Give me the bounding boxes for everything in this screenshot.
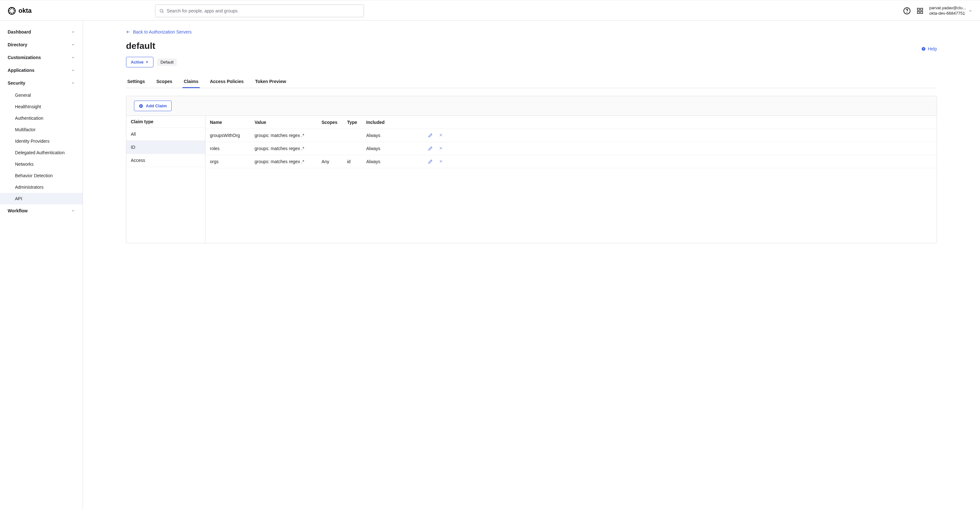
table-row: roles groups: matches regex .* Always <box>205 142 937 155</box>
sidebar-subitem-behavior-detection[interactable]: Behavior Detection <box>0 170 83 181</box>
sidebar-subitem-label: HealthInsight <box>15 104 41 109</box>
sidebar-subitem-healthinsight[interactable]: HealthInsight <box>0 101 83 112</box>
sidebar-subitem-networks[interactable]: Networks <box>0 158 83 170</box>
cell-type: id <box>347 159 366 164</box>
user-org: okta-dev-66847751 <box>929 11 966 16</box>
svg-rect-14 <box>918 8 920 10</box>
svg-text:okta: okta <box>19 7 32 14</box>
sidebar: Dashboard Directory Customizations Appli… <box>0 21 83 509</box>
sidebar-subitem-delegated-auth[interactable]: Delegated Authentication <box>0 147 83 158</box>
edit-button[interactable] <box>428 133 433 138</box>
okta-wordmark: okta <box>19 7 37 14</box>
user-menu[interactable]: parvat.yadav@clu... okta-dev-66847751 <box>929 5 972 16</box>
header: okta parvat.yadav@clu... okta-dev-668477… <box>0 1 980 21</box>
search-box[interactable] <box>155 5 364 17</box>
cell-name: roles <box>210 146 255 151</box>
sidebar-item-label: Security <box>8 80 25 86</box>
close-icon <box>439 133 443 137</box>
claim-type-access[interactable]: Access <box>126 154 205 167</box>
col-type: Type <box>347 120 366 125</box>
svg-line-7 <box>9 12 11 13</box>
status-active-button[interactable]: Active ▼ <box>126 57 153 67</box>
col-value: Value <box>255 120 321 125</box>
sidebar-subitem-identity-providers[interactable]: Identity Providers <box>0 136 83 147</box>
user-email: parvat.yadav@clu... <box>929 5 966 11</box>
delete-button[interactable] <box>439 133 443 138</box>
help-circle-icon: ? <box>921 46 926 51</box>
edit-button[interactable] <box>428 160 433 164</box>
col-scopes: Scopes <box>321 120 347 125</box>
claims-panel: Add Claim Claim type All ID Access Name … <box>126 96 937 243</box>
tab-settings[interactable]: Settings <box>126 76 146 88</box>
edit-button[interactable] <box>428 146 433 151</box>
cell-included: Always <box>366 146 401 151</box>
delete-button[interactable] <box>439 160 443 164</box>
svg-rect-17 <box>921 11 923 13</box>
svg-rect-16 <box>918 11 920 13</box>
search-icon <box>159 8 164 13</box>
col-included: Included <box>366 120 401 125</box>
cell-value: groups: matches regex .* <box>255 146 321 151</box>
col-name: Name <box>210 120 255 125</box>
tab-label: Settings <box>127 79 145 84</box>
sidebar-item-applications[interactable]: Applications <box>0 64 83 77</box>
sidebar-item-label: Customizations <box>8 55 41 60</box>
tab-access-policies[interactable]: Access Policies <box>208 76 245 88</box>
sidebar-subitem-label: Multifactor <box>15 127 36 132</box>
svg-line-11 <box>163 11 164 13</box>
claim-type-label: ID <box>131 145 135 150</box>
tabs: Settings Scopes Claims Access Policies T… <box>126 76 937 88</box>
add-claim-button[interactable]: Add Claim <box>134 101 172 111</box>
sidebar-item-workflow[interactable]: Workflow <box>0 204 83 217</box>
help-link[interactable]: ? Help <box>921 46 937 51</box>
sidebar-item-dashboard[interactable]: Dashboard <box>0 26 83 38</box>
okta-aperture-icon <box>8 7 16 15</box>
cell-included: Always <box>366 133 401 138</box>
tab-label: Access Policies <box>210 79 244 84</box>
plus-circle-icon <box>139 104 143 108</box>
svg-point-13 <box>907 12 907 13</box>
sidebar-subitem-label: General <box>15 93 31 98</box>
sidebar-item-label: Dashboard <box>8 29 31 35</box>
chevron-down-icon <box>71 30 75 34</box>
claim-type-label: All <box>131 132 136 137</box>
sidebar-item-label: Workflow <box>8 208 28 213</box>
tab-token-preview[interactable]: Token Preview <box>254 76 288 88</box>
sidebar-subitem-label: Delegated Authentication <box>15 150 65 155</box>
claim-type-all[interactable]: All <box>126 128 205 141</box>
sidebar-subitem-api[interactable]: API <box>0 193 83 204</box>
claim-type-id[interactable]: ID <box>126 141 205 154</box>
chevron-up-icon <box>71 81 75 85</box>
sidebar-subitem-label: Networks <box>15 161 33 167</box>
sidebar-subitem-label: Authentication <box>15 116 43 121</box>
search-input[interactable] <box>167 8 360 13</box>
sidebar-item-security[interactable]: Security <box>0 77 83 89</box>
tab-scopes[interactable]: Scopes <box>155 76 173 88</box>
logo[interactable]: okta <box>8 7 37 15</box>
tab-claims[interactable]: Claims <box>183 76 200 88</box>
svg-line-5 <box>9 8 11 10</box>
close-icon <box>439 160 443 163</box>
sidebar-item-label: Applications <box>8 68 35 73</box>
sidebar-item-customizations[interactable]: Customizations <box>0 51 83 64</box>
sidebar-subitem-administrators[interactable]: Administrators <box>0 181 83 193</box>
tab-label: Claims <box>184 79 199 84</box>
sidebar-subitem-label: API <box>15 196 22 201</box>
sidebar-subitem-authentication[interactable]: Authentication <box>0 112 83 124</box>
chevron-down-icon <box>71 209 75 213</box>
apps-icon-button[interactable] <box>916 7 924 14</box>
help-icon-button[interactable] <box>903 7 911 15</box>
sidebar-subitem-label: Identity Providers <box>15 139 49 144</box>
sidebar-subitem-multifactor[interactable]: Multifactor <box>0 124 83 136</box>
sidebar-item-directory[interactable]: Directory <box>0 38 83 51</box>
sidebar-subitem-general[interactable]: General <box>0 89 83 101</box>
cell-name: groupsWithOrg <box>210 133 255 138</box>
back-link[interactable]: Back to Authorization Servers <box>126 29 937 35</box>
close-icon <box>439 146 443 150</box>
svg-rect-15 <box>921 8 923 10</box>
delete-button[interactable] <box>439 146 443 151</box>
chevron-down-icon <box>71 68 75 72</box>
sidebar-subitem-label: Behavior Detection <box>15 173 52 178</box>
claim-type-header: Claim type <box>126 116 205 128</box>
cell-scopes: Any <box>321 159 347 164</box>
